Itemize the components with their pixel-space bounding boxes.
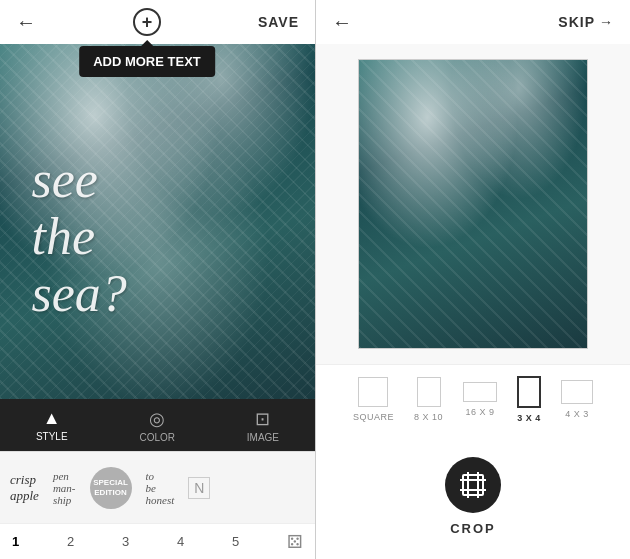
special-badge: SPECIALEDITION <box>90 467 132 509</box>
ratio-box-16x9 <box>463 382 497 402</box>
sea-text[interactable]: seethesea? <box>32 151 127 323</box>
ratio-box-4x3 <box>561 380 593 404</box>
style-icon: ▲ <box>43 408 61 429</box>
ratio-box-8x10 <box>417 377 441 407</box>
arrow-right-icon: → <box>599 14 614 30</box>
style-crisp-apple[interactable]: crispapple <box>10 472 39 504</box>
font-preview-4: N <box>188 477 210 499</box>
crop-ratio-strip: SQUARE 8 X 10 16 X 9 3 X 4 4 X 3 <box>316 364 630 434</box>
right-back-button[interactable]: ← <box>332 11 352 34</box>
page-1[interactable]: 1 <box>12 534 19 549</box>
svg-rect-0 <box>463 475 483 495</box>
ratio-box-3x4 <box>517 376 541 408</box>
ratio-square[interactable]: SQUARE <box>353 377 394 422</box>
right-panel: ← SKIP → SQUARE 8 X 10 16 X 9 3 X 4 <box>316 0 630 559</box>
right-header: ← SKIP → <box>316 0 630 44</box>
ratio-label-4x3: 4 X 3 <box>565 409 589 419</box>
page-3[interactable]: 3 <box>122 534 129 549</box>
right-ocean-texture <box>359 60 587 348</box>
right-ocean-preview <box>358 59 588 349</box>
plus-icon: + <box>142 12 153 33</box>
right-canvas-area <box>316 44 630 364</box>
left-panel: ← + ADD MORE TEXT SAVE seethesea? ▲ STYL… <box>0 0 315 559</box>
dice-icon[interactable]: ⚄ <box>287 531 303 553</box>
style-label: STYLE <box>36 431 68 442</box>
crop-button[interactable] <box>445 457 501 513</box>
image-icon: ⊡ <box>255 408 270 430</box>
add-tooltip: ADD MORE TEXT <box>79 46 215 77</box>
page-4[interactable]: 4 <box>177 534 184 549</box>
ratio-4x3[interactable]: 4 X 3 <box>561 380 593 419</box>
ratio-8x10[interactable]: 8 X 10 <box>414 377 443 422</box>
style-strip: crispapple penman-ship SPECIALEDITION to… <box>0 451 315 523</box>
ratio-16x9[interactable]: 16 X 9 <box>463 382 497 417</box>
toolbar-image[interactable]: ⊡ IMAGE <box>247 408 279 443</box>
left-back-button[interactable]: ← <box>16 11 36 34</box>
toolbar-style[interactable]: ▲ STYLE <box>36 408 68 442</box>
save-button[interactable]: SAVE <box>258 14 299 30</box>
color-label: COLOR <box>139 432 175 443</box>
style-to-honest[interactable]: tobehonest <box>146 470 175 506</box>
image-label: IMAGE <box>247 432 279 443</box>
canvas-area[interactable]: seethesea? <box>0 44 315 399</box>
ratio-3x4[interactable]: 3 X 4 <box>517 376 541 423</box>
style-penmanship[interactable]: penman-ship <box>53 470 76 506</box>
page-5[interactable]: 5 <box>232 534 239 549</box>
font-preview-1: crispapple <box>10 472 39 504</box>
color-icon: ◎ <box>149 408 165 430</box>
left-header: ← + ADD MORE TEXT SAVE <box>0 0 315 44</box>
ratio-label-square: SQUARE <box>353 412 394 422</box>
style-special-edition[interactable]: SPECIALEDITION <box>90 467 132 509</box>
add-text-button[interactable]: + ADD MORE TEXT <box>133 8 161 36</box>
ratio-box-square <box>358 377 388 407</box>
page-2[interactable]: 2 <box>67 534 74 549</box>
font-preview-2: penman-ship <box>53 470 76 506</box>
ratio-label-8x10: 8 X 10 <box>414 412 443 422</box>
crop-btn-area: CROP <box>316 434 630 559</box>
ocean-background: seethesea? <box>0 44 315 399</box>
skip-button[interactable]: SKIP → <box>558 14 614 30</box>
page-strip: 1 2 3 4 5 ⚄ <box>0 523 315 559</box>
ratio-label-16x9: 16 X 9 <box>466 407 495 417</box>
skip-label: SKIP <box>558 14 595 30</box>
style-next[interactable]: N <box>188 477 210 499</box>
bottom-toolbar: ▲ STYLE ◎ COLOR ⊡ IMAGE <box>0 399 315 451</box>
font-preview-3: tobehonest <box>146 470 175 506</box>
toolbar-color[interactable]: ◎ COLOR <box>139 408 175 443</box>
crop-icon <box>459 471 487 499</box>
ratio-label-3x4: 3 X 4 <box>517 413 541 423</box>
crop-label: CROP <box>450 521 496 536</box>
